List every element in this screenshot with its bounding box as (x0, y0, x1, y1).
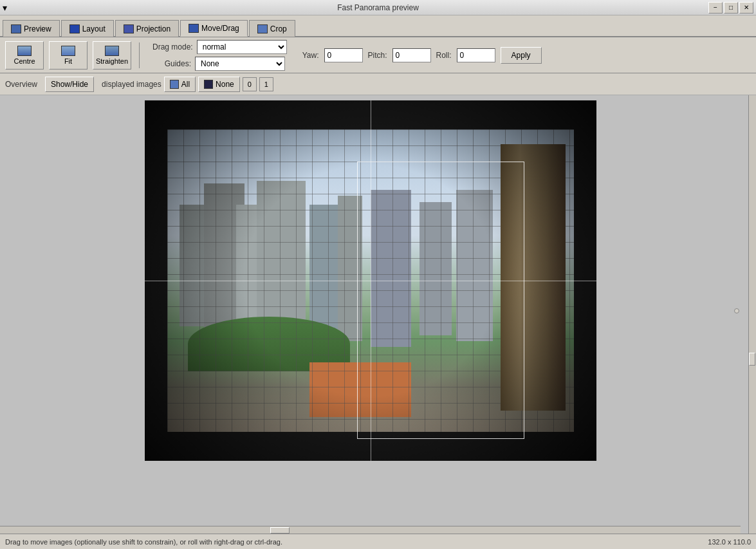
main-area (0, 95, 756, 534)
pitch-label: Pitch: (368, 51, 387, 60)
panorama-image[interactable] (145, 100, 596, 461)
image-num-1-button[interactable]: 1 (259, 77, 273, 91)
ypr-controls: Yaw: Pitch: Roll: Apply (302, 47, 542, 64)
none-icon (204, 80, 213, 89)
none-button[interactable]: None (198, 77, 240, 92)
none-label: None (216, 80, 234, 89)
guides-row: Guides: None Thirds Diagonal Crosshair (152, 57, 287, 71)
vertical-scrollbar[interactable] (748, 95, 756, 534)
horizontal-scrollbar[interactable] (0, 526, 741, 534)
all-icon (170, 80, 179, 89)
displayed-images-label: displayed images (102, 80, 161, 89)
tab-preview[interactable]: Preview (3, 20, 60, 37)
maximize-button[interactable]: □ (724, 2, 738, 14)
preview-icon (11, 24, 21, 33)
tab-move-drag[interactable]: Move/Drag (180, 20, 248, 37)
tab-layout[interactable]: Layout (61, 20, 114, 37)
status-dimensions: 132.0 x 110.0 (708, 538, 751, 546)
tab-layout-label: Layout (82, 24, 106, 33)
fit-label: Fit (64, 57, 72, 65)
door-frame (501, 144, 566, 411)
guides-label: Guides: (152, 59, 191, 68)
statusbar: Drag to move images (optionally use shif… (0, 534, 756, 549)
move-drag-icon (189, 24, 199, 33)
status-text: Drag to move images (optionally use shif… (5, 538, 282, 546)
all-label: All (181, 80, 190, 89)
fit-button[interactable]: Fit (49, 41, 88, 70)
close-button[interactable]: ✕ (739, 2, 753, 14)
minimize-button[interactable]: − (708, 2, 723, 14)
image-num-0-button[interactable]: 0 (243, 77, 257, 91)
fit-icon (61, 46, 75, 56)
horizontal-scrollbar-thumb[interactable] (270, 527, 290, 534)
drag-mode-label: Drag mode: (152, 42, 193, 51)
layout-icon (69, 24, 80, 33)
tab-preview-label: Preview (24, 24, 51, 33)
straighten-label: Straighten (96, 57, 128, 65)
city-scene (167, 129, 574, 432)
toolbar: Centre Fit Straighten Drag mode: normal … (0, 37, 756, 73)
panorama-container[interactable] (0, 95, 741, 526)
straighten-button[interactable]: Straighten (93, 41, 131, 70)
scroll-indicator (734, 308, 739, 313)
drag-controls: Drag mode: normal panning mosaic Guides:… (152, 40, 287, 71)
yaw-input[interactable] (324, 48, 363, 62)
drag-mode-row: Drag mode: normal panning mosaic (152, 40, 287, 54)
overview-bar: Overview Show/Hide displayed images All … (0, 73, 756, 95)
vertical-scrollbar-thumb[interactable] (749, 353, 755, 366)
separator (139, 42, 140, 68)
centre-button[interactable]: Centre (5, 41, 44, 70)
displayed-images: displayed images All None 0 1 (102, 77, 273, 92)
tab-crop[interactable]: Crop (249, 20, 295, 37)
centre-icon (17, 46, 32, 56)
apply-button[interactable]: Apply (501, 47, 542, 64)
tab-projection[interactable]: Projection (115, 20, 179, 37)
tab-move-drag-label: Move/Drag (201, 24, 239, 33)
titlebar-left: ▾ (3, 3, 10, 13)
titlebar-controls: − □ ✕ (708, 2, 753, 14)
window-title: Fast Panorama preview (337, 3, 419, 12)
straighten-icon (105, 46, 119, 56)
centre-label: Centre (14, 57, 35, 65)
all-button[interactable]: All (164, 77, 196, 92)
canvas-area[interactable] (0, 95, 748, 534)
projection-icon (124, 24, 134, 33)
tabbar: Preview Layout Projection Move/Drag Crop (0, 15, 756, 37)
tab-projection-label: Projection (136, 24, 171, 33)
pitch-input[interactable] (392, 48, 431, 62)
titlebar: ▾ Fast Panorama preview − □ ✕ (0, 0, 756, 15)
drag-mode-select[interactable]: normal panning mosaic (197, 40, 287, 54)
roll-label: Roll: (436, 51, 452, 60)
yaw-label: Yaw: (302, 51, 319, 60)
tab-crop-label: Crop (270, 24, 287, 33)
crop-icon (257, 24, 268, 33)
overview-label: Overview (5, 80, 37, 89)
roll-input[interactable] (457, 48, 495, 62)
app-menu-icon[interactable]: ▾ (3, 3, 7, 13)
guides-select[interactable]: None Thirds Diagonal Crosshair (195, 57, 285, 71)
show-hide-button[interactable]: Show/Hide (45, 77, 94, 92)
